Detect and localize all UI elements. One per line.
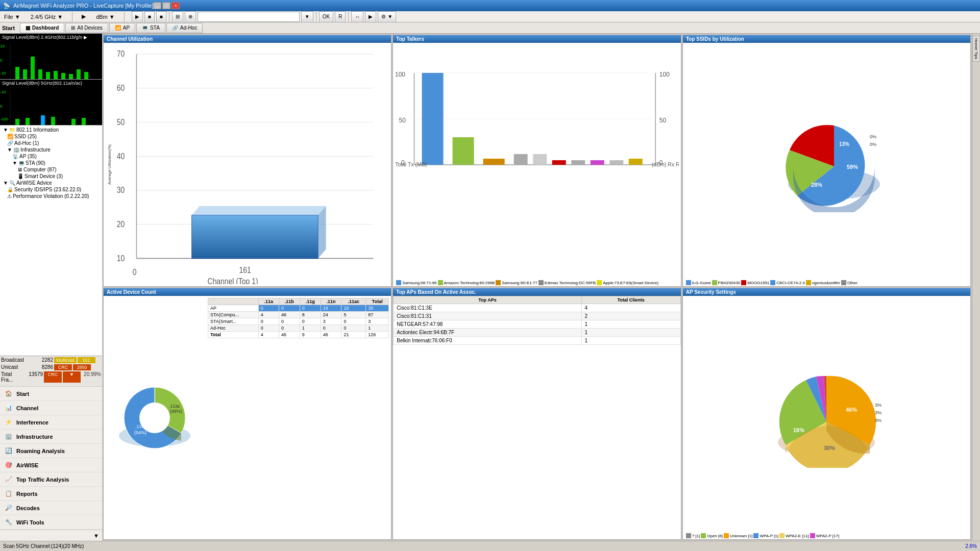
tb-r[interactable]: R — [335, 11, 346, 22]
active-device-header: Active Device Count — [104, 288, 391, 296]
sep1 — [72, 12, 72, 22]
tree-item-infra[interactable]: ▼ 🏢 Infrastructure — [1, 146, 101, 153]
tree-item-ap[interactable]: 📡 AP (35) — [1, 153, 101, 160]
svg-rect-5 — [15, 67, 19, 80]
svg-text:0: 0 — [133, 267, 137, 277]
search-input[interactable] — [198, 12, 300, 22]
svg-text:0: 0 — [0, 58, 3, 63]
table-row: Total 4 46 9 46 21 126 — [208, 332, 389, 338]
nav-infrastructure[interactable]: 🏢 Infrastructure — [0, 430, 102, 444]
tools-icon: 🔧 — [4, 518, 13, 527]
tab-ap[interactable]: 📶 AP — [109, 23, 135, 33]
tab-dashboard[interactable]: ▦ Dashboard — [20, 23, 64, 33]
tree-area: ▼ 📁 802.11 Information 📶 SSID (25) 🔗 Ad-… — [0, 126, 102, 356]
menubar: File ▼ 2.4/5 GHz ▼ ▶ dBm ▼ ▶ ■ ■ ⊞ ⊕ ▼ O… — [0, 11, 980, 22]
tb-grid[interactable]: ⊞ — [172, 11, 183, 22]
nav-interference[interactable]: ⚡ Interference — [0, 415, 102, 430]
table-row: Actiontec Electr:94:6B:7F 1 — [394, 329, 680, 337]
ssids-pie-chart: 59% 28% 13% 0% 0% — [760, 110, 893, 212]
crc2-arrow[interactable]: ▼ — [63, 371, 81, 383]
nav-decodes[interactable]: 🔎 Decodes — [0, 501, 102, 515]
tabsbar: Start ▦ Dashboard ⊞ All Devices 📶 AP 💻 S… — [0, 22, 980, 34]
table-row: STA(Smart... 0 0 0 3 0 3 — [208, 318, 389, 325]
top-ssids-panel: Top SSIDs by Utilization — [682, 35, 971, 287]
nav-traffic[interactable]: 📈 Top Traffic Analysis — [0, 472, 102, 487]
tree-item-adhoc[interactable]: 🔗 Ad-Hoc (1) — [1, 140, 101, 146]
tb-ok[interactable]: OK — [319, 11, 333, 22]
tb-settings[interactable]: ⚙ ▼ — [378, 11, 396, 22]
tree-item-security[interactable]: 🔒 Security IDS/IPS (23.62.22.0) — [1, 186, 101, 193]
tree-item-computer[interactable]: 🖥 Computer (87) — [1, 166, 101, 173]
svg-rect-8 — [38, 69, 42, 80]
clients-col-header: Total Clients — [581, 296, 680, 304]
svg-text:20: 20 — [117, 219, 125, 229]
expand-infra: ▼ — [7, 147, 12, 153]
left-panel: Signal Level(dBm) 2.4GHz(802.11b/g/n ▶ 1… — [0, 34, 102, 541]
status-right: 2.6% — [965, 543, 977, 549]
scroll-down-icon[interactable]: ▼ — [93, 533, 99, 539]
tab-sta[interactable]: 💻 STA — [136, 23, 165, 33]
tree-item-airwise[interactable]: ▼ 🔍 AirWISE Advice — [1, 180, 101, 186]
nav-reports[interactable]: 📋 Reports — [0, 487, 102, 501]
menu-play[interactable]: ▶ — [80, 12, 88, 21]
svg-rect-32 — [41, 115, 45, 126]
tb-target[interactable]: ⊕ — [185, 11, 196, 22]
airwise-tree-icon: 🔍 — [9, 180, 15, 186]
tree-item-perf[interactable]: ⚠ Performance Violation (0.2.22.20) — [1, 193, 101, 199]
svg-rect-58 — [192, 215, 318, 259]
tb-search[interactable]: ▼ — [301, 11, 313, 22]
tree-item-ssid[interactable]: 📶 SSID (25) — [1, 133, 101, 140]
svg-rect-30 — [15, 119, 19, 126]
svg-text:60: 60 — [117, 83, 125, 92]
svg-text:0: 0 — [0, 104, 3, 109]
expand-icon: ▼ — [3, 127, 8, 133]
svg-rect-84 — [629, 159, 643, 165]
svg-rect-10 — [54, 71, 58, 80]
tab-adhoc[interactable]: 🔗 Ad-Hoc — [166, 23, 203, 33]
y-axis-label: Average Utilization(%) — [107, 144, 112, 185]
svg-text:0%: 0% — [870, 134, 876, 139]
menu-dbm[interactable]: dBm ▼ — [94, 13, 117, 21]
tb-left[interactable]: ↔ — [351, 11, 363, 22]
table-row: Belkin Internati:76:06:F0 1 — [394, 337, 680, 345]
svg-text:28%: 28% — [811, 182, 822, 188]
svg-text:-100: -100 — [0, 117, 9, 121]
homer-tips-tab[interactable]: Homer Tips — [972, 36, 980, 62]
svg-text:-10: -10 — [0, 71, 6, 76]
menu-file[interactable]: File ▼ — [2, 13, 22, 21]
smart-icon: 📱 — [17, 173, 23, 179]
svg-text:50: 50 — [117, 117, 125, 127]
tab-all-devices[interactable]: ⊞ All Devices — [65, 23, 108, 33]
tb-play2[interactable]: ▶ — [365, 11, 376, 22]
stat-row-broadcast: Broadcast 2282 Multicast 161 — [1, 357, 101, 363]
tree-item-smart[interactable]: 📱 Smart Device (3) — [1, 173, 101, 180]
ap-security-legend: ? [1] Open [6] Unknown [1] WPA-P [1] WPA… — [683, 532, 970, 539]
crc-value: 2850 — [73, 364, 91, 370]
infrastructure-icon: 🏢 — [4, 432, 13, 441]
nav-channel[interactable]: 📊 Channel — [0, 401, 102, 415]
ap-table: Top APs Total Clients Cisco:81:C1:3E 4 C… — [393, 296, 680, 345]
sta-tree-icon: 💻 — [18, 160, 24, 166]
ap-security-panel: AP Security Settings — [682, 288, 971, 540]
svg-text:Channel (Top 1): Channel (Top 1) — [208, 277, 258, 284]
content-area: Channel Utilization Average Utilization(… — [102, 34, 972, 541]
svg-rect-35 — [82, 118, 86, 126]
nav-scroll[interactable]: ▼ — [0, 530, 102, 541]
maximize-button[interactable]: □ — [162, 2, 170, 9]
content-grid: Channel Utilization Average Utilization(… — [102, 34, 972, 541]
tb-stop2[interactable]: ■ — [156, 11, 166, 22]
nav-tools[interactable]: 🔧 WiFi Tools — [0, 515, 102, 530]
table-row: AP 0 0 0 19 16 35 — [208, 305, 389, 312]
nav-airwise[interactable]: 🎯 AirWISE — [0, 458, 102, 472]
menu-freq[interactable]: 2.4/5 GHz ▼ — [29, 13, 65, 21]
tb-stop[interactable]: ■ — [144, 11, 155, 22]
nav-start[interactable]: 🏠 Start — [0, 387, 102, 401]
tb-record[interactable]: ▶ — [132, 11, 143, 22]
tree-item-root[interactable]: ▼ 📁 802.11 Information — [1, 127, 101, 133]
close-button[interactable]: × — [172, 2, 180, 9]
table-row: Cisco:81:C1:3E 4 — [394, 304, 680, 312]
nav-roaming[interactable]: 🔄 Roaming Analysis — [0, 444, 102, 458]
minimize-button[interactable]: _ — [153, 2, 161, 9]
tree-item-sta[interactable]: ▼ 💻 STA (90) — [1, 160, 101, 166]
crc-pct: 20.99% — [84, 371, 101, 383]
